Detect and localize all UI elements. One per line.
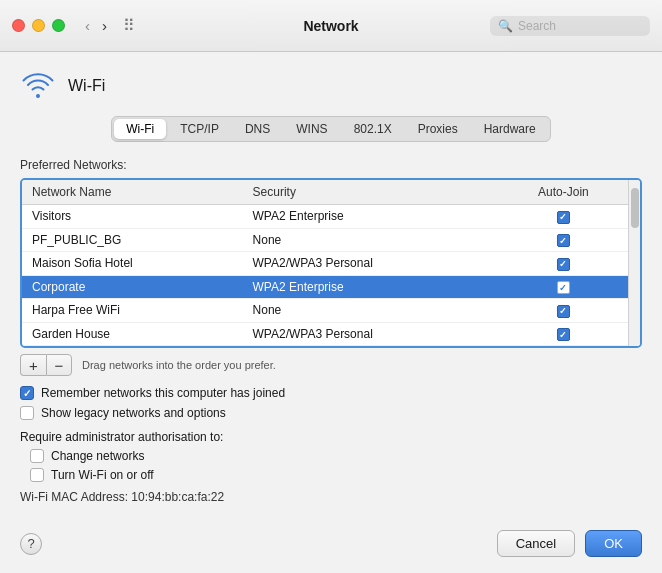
close-button[interactable]	[12, 19, 25, 32]
titlebar-title: Network	[303, 18, 358, 34]
network-name-cell: Visitors	[22, 205, 243, 229]
network-security-cell: WPA2 Enterprise	[243, 275, 499, 299]
remember-networks-checkbox[interactable]	[20, 386, 34, 400]
tab-wins[interactable]: WINS	[284, 119, 339, 139]
networks-table: Network Name Security Auto-Join Visitors…	[22, 180, 628, 346]
tab-proxies[interactable]: Proxies	[406, 119, 470, 139]
forward-arrow-icon[interactable]: ›	[98, 15, 111, 36]
autojoin-checkbox[interactable]	[557, 305, 570, 318]
wifi-icon	[20, 68, 56, 104]
turn-wifi-label: Turn Wi-Fi on or off	[51, 468, 154, 482]
network-autojoin-cell[interactable]	[499, 205, 628, 229]
options-section: Remember networks this computer has join…	[20, 386, 642, 420]
table-row[interactable]: Maison Sofia HotelWPA2/WPA3 Personal	[22, 252, 628, 276]
table-row[interactable]: Garden HouseWPA2/WPA3 Personal	[22, 322, 628, 346]
network-security-cell: None	[243, 299, 499, 323]
tab-tcpip[interactable]: TCP/IP	[168, 119, 231, 139]
network-security-cell: WPA2/WPA3 Personal	[243, 322, 499, 346]
change-networks-row[interactable]: Change networks	[30, 449, 642, 463]
autojoin-checkbox[interactable]	[557, 234, 570, 247]
grid-icon[interactable]: ⠿	[123, 16, 135, 35]
tab-dns[interactable]: DNS	[233, 119, 282, 139]
table-row[interactable]: PF_PUBLIC_BGNone	[22, 228, 628, 252]
ok-button[interactable]: OK	[585, 530, 642, 557]
col-header-autojoin: Auto-Join	[499, 180, 628, 205]
tab-8021x[interactable]: 802.1X	[342, 119, 404, 139]
cancel-button[interactable]: Cancel	[497, 530, 575, 557]
col-header-name: Network Name	[22, 180, 243, 205]
network-autojoin-cell[interactable]	[499, 228, 628, 252]
admin-options: Change networks Turn Wi-Fi on or off	[20, 449, 642, 482]
help-button[interactable]: ?	[20, 533, 42, 555]
autojoin-checkbox[interactable]	[557, 258, 570, 271]
add-network-button[interactable]: +	[20, 354, 46, 376]
network-autojoin-cell[interactable]	[499, 252, 628, 276]
network-name-cell: Garden House	[22, 322, 243, 346]
col-header-security: Security	[243, 180, 499, 205]
tabs-bar: Wi-Fi TCP/IP DNS WINS 802.1X Proxies Har…	[111, 116, 550, 142]
search-icon: 🔍	[498, 19, 513, 33]
network-name-cell: Harpa Free WiFi	[22, 299, 243, 323]
change-networks-label: Change networks	[51, 449, 144, 463]
scrollbar-track[interactable]	[628, 180, 640, 346]
networks-table-container: Network Name Security Auto-Join Visitors…	[20, 178, 642, 348]
turn-wifi-row[interactable]: Turn Wi-Fi on or off	[30, 468, 642, 482]
add-remove-row: + − Drag networks into the order you pre…	[20, 354, 642, 376]
scrollbar-thumb[interactable]	[631, 188, 639, 228]
search-box[interactable]: 🔍 Search	[490, 16, 650, 36]
network-name-cell: Corporate	[22, 275, 243, 299]
network-security-cell: WPA2/WPA3 Personal	[243, 252, 499, 276]
show-legacy-row[interactable]: Show legacy networks and options	[20, 406, 642, 420]
wifi-header: Wi-Fi	[20, 68, 642, 104]
nav-arrows: ‹ ›	[81, 15, 111, 36]
network-autojoin-cell[interactable]	[499, 299, 628, 323]
drag-hint: Drag networks into the order you prefer.	[82, 359, 276, 371]
remove-network-button[interactable]: −	[46, 354, 72, 376]
minimize-button[interactable]	[32, 19, 45, 32]
network-autojoin-cell[interactable]	[499, 322, 628, 346]
bottom-bar: ? Cancel OK	[20, 522, 642, 557]
network-security-cell: None	[243, 228, 499, 252]
admin-label: Require administrator authorisation to:	[20, 430, 642, 444]
network-autojoin-cell[interactable]	[499, 275, 628, 299]
wifi-label: Wi-Fi	[68, 77, 105, 95]
show-legacy-checkbox[interactable]	[20, 406, 34, 420]
show-legacy-label: Show legacy networks and options	[41, 406, 226, 420]
remember-networks-label: Remember networks this computer has join…	[41, 386, 285, 400]
mac-address-value: 10:94:bb:ca:fa:22	[131, 490, 224, 504]
mac-address: Wi-Fi MAC Address: 10:94:bb:ca:fa:22	[20, 490, 642, 504]
network-name-cell: PF_PUBLIC_BG	[22, 228, 243, 252]
autojoin-checkbox[interactable]	[557, 281, 570, 294]
table-row[interactable]: CorporateWPA2 Enterprise	[22, 275, 628, 299]
maximize-button[interactable]	[52, 19, 65, 32]
autojoin-checkbox[interactable]	[557, 328, 570, 341]
change-networks-checkbox[interactable]	[30, 449, 44, 463]
networks-table-scroll[interactable]: Network Name Security Auto-Join Visitors…	[22, 180, 628, 346]
network-security-cell: WPA2 Enterprise	[243, 205, 499, 229]
table-row[interactable]: Harpa Free WiFiNone	[22, 299, 628, 323]
remember-networks-row[interactable]: Remember networks this computer has join…	[20, 386, 642, 400]
admin-section: Require administrator authorisation to: …	[20, 430, 642, 482]
table-row[interactable]: VisitorsWPA2 Enterprise	[22, 205, 628, 229]
bottom-buttons: Cancel OK	[497, 530, 642, 557]
table-header-row: Network Name Security Auto-Join	[22, 180, 628, 205]
network-name-cell: Maison Sofia Hotel	[22, 252, 243, 276]
autojoin-checkbox[interactable]	[557, 211, 570, 224]
search-placeholder: Search	[518, 19, 556, 33]
main-content: Wi-Fi Wi-Fi TCP/IP DNS WINS 802.1X Proxi…	[0, 52, 662, 573]
traffic-lights	[12, 19, 65, 32]
tab-wifi[interactable]: Wi-Fi	[114, 119, 166, 139]
turn-wifi-checkbox[interactable]	[30, 468, 44, 482]
back-arrow-icon[interactable]: ‹	[81, 15, 94, 36]
mac-address-label: Wi-Fi MAC Address:	[20, 490, 128, 504]
preferred-networks-label: Preferred Networks:	[20, 158, 642, 172]
titlebar: ‹ › ⠿ Network 🔍 Search	[0, 0, 662, 52]
tab-hardware[interactable]: Hardware	[472, 119, 548, 139]
